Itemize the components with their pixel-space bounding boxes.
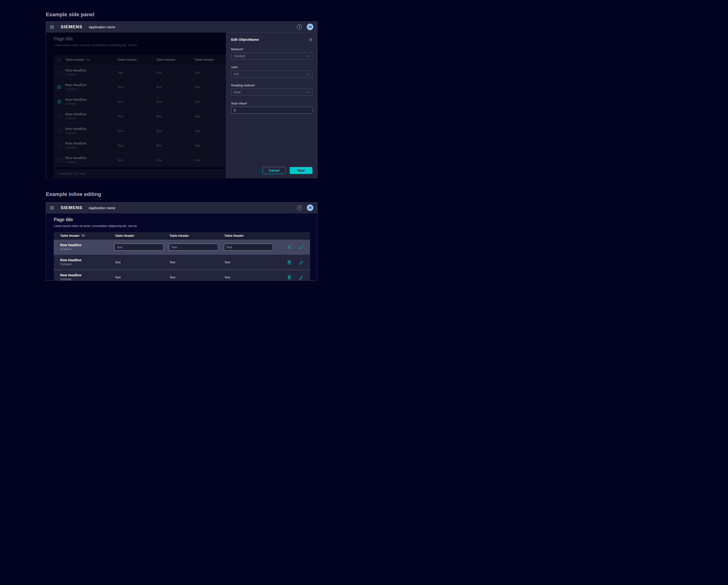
- inline-edit-input[interactable]: [114, 244, 163, 251]
- field-label: Reading method*: [231, 84, 312, 87]
- table-row[interactable]: Row HeadlineSublabel Text Text Text: [54, 138, 226, 153]
- table-row[interactable]: Row HeadlineSublabel Text Text Text: [54, 123, 226, 138]
- medium-select[interactable]: Context: [231, 53, 312, 59]
- section-heading-inline-editing: Example inline editing: [46, 191, 101, 197]
- app-switcher-icon[interactable]: [50, 25, 54, 29]
- row-checkbox[interactable]: [57, 129, 61, 133]
- avatar[interactable]: JD: [307, 24, 313, 30]
- siemens-logo: SIEMENS: [61, 24, 82, 29]
- table-row[interactable]: Row HeadlineSublabel Text Text Text: [54, 80, 226, 94]
- inline-edit-input[interactable]: [169, 244, 218, 251]
- row-checkbox[interactable]: [57, 115, 61, 118]
- table-row[interactable]: Row HeadlineSublabel Text Text Text: [54, 65, 226, 80]
- window-inline-editing-example: SIEMENS Application name ? JD Page title…: [46, 202, 317, 281]
- select-all-checkbox[interactable]: [57, 58, 61, 61]
- inline-edit-input[interactable]: [224, 244, 273, 251]
- row-checkbox[interactable]: [57, 144, 61, 147]
- edit-row-icon[interactable]: [299, 275, 303, 280]
- column-header[interactable]: Table Header: [170, 234, 224, 237]
- chevron-down-icon: [307, 92, 310, 93]
- panel-title: Edit ObjectName: [231, 37, 259, 42]
- table-row[interactable]: Row HeadlineSublabel Text Text Text: [54, 109, 226, 123]
- page-subtitle: Lorem ipsum dolor sit amet, consectetur …: [54, 224, 310, 228]
- siemens-logo: SIEMENS: [61, 205, 82, 210]
- chevron-down-icon: [307, 73, 310, 75]
- column-header[interactable]: Table Header: [156, 58, 194, 61]
- data-table: Table Header Table Header Table Header T…: [54, 54, 226, 167]
- row-checkbox[interactable]: [57, 71, 61, 74]
- table-header-row: Table Header Table Header Table Header T…: [54, 232, 310, 239]
- table-row[interactable]: Row HeadlineSublabel Text Text Text: [54, 270, 310, 281]
- reading-method-select[interactable]: Auto: [231, 89, 312, 96]
- sort-ascending-icon: [81, 234, 85, 237]
- column-header[interactable]: Table Header: [194, 58, 226, 61]
- unit-select[interactable]: m3: [231, 71, 312, 78]
- column-header[interactable]: Table Header: [115, 234, 170, 237]
- start-value-input[interactable]: 0: [231, 107, 312, 114]
- chevron-down-icon: [307, 55, 310, 57]
- application-name: Application name: [89, 25, 115, 29]
- page-title: Page title: [54, 217, 310, 223]
- delete-row-icon[interactable]: [287, 260, 291, 264]
- table-selection-status: 0 selected / 123 total: [54, 169, 226, 178]
- row-checkbox-checked[interactable]: [57, 85, 61, 89]
- row-checkbox[interactable]: [57, 158, 61, 162]
- sort-ascending-icon: [86, 58, 90, 61]
- field-label: Unit*: [231, 66, 312, 69]
- cancel-button[interactable]: Cancel: [263, 167, 286, 174]
- delete-row-icon[interactable]: [287, 275, 291, 280]
- cancel-edit-icon[interactable]: [287, 245, 291, 249]
- table-header-row: Table Header Table Header Table Header T…: [54, 54, 226, 65]
- section-heading-side-panel: Example side panel: [46, 11, 95, 18]
- edit-row-icon[interactable]: [299, 260, 303, 264]
- save-button[interactable]: Save: [290, 167, 312, 174]
- field-label: Start Value*: [231, 102, 312, 105]
- column-header-sorted[interactable]: Table Header: [60, 234, 115, 237]
- table-row[interactable]: Row HeadlineSublabel Text Text Text: [54, 153, 226, 167]
- page-title: Page title: [54, 36, 226, 42]
- row-checkbox-checked[interactable]: [57, 100, 61, 103]
- table-row[interactable]: Row HeadlineSublabel Text Text Text: [54, 255, 310, 270]
- table-row[interactable]: Row HeadlineSublabel Text Text Text: [54, 94, 226, 109]
- application-name: Application name: [89, 206, 115, 210]
- help-icon[interactable]: ?: [297, 205, 302, 210]
- avatar[interactable]: JD: [307, 204, 313, 211]
- app-header: SIEMENS Application name ? JD: [46, 202, 317, 213]
- help-icon[interactable]: ?: [297, 24, 302, 29]
- window-side-panel-example: SIEMENS Application name ? JD Page title…: [46, 21, 317, 178]
- data-table: Table Header Table Header Table Header T…: [54, 232, 310, 281]
- table-row-editing: Row HeadlineSublabel: [54, 239, 310, 255]
- app-switcher-icon[interactable]: [50, 206, 54, 210]
- dimmed-page-content: Page title Lorem ipsum dolor sit amet, c…: [46, 32, 226, 178]
- confirm-edit-icon[interactable]: [299, 246, 303, 249]
- page-subtitle: Lorem ipsum dolor sit amet, consectetur …: [54, 43, 226, 47]
- close-icon[interactable]: [309, 38, 312, 41]
- column-header-sorted[interactable]: Table Header: [65, 58, 118, 61]
- field-label: Medium*: [231, 48, 312, 51]
- column-header[interactable]: Table Header: [118, 58, 156, 61]
- edit-side-panel: Edit ObjectName Medium* Context Unit* m3…: [226, 32, 317, 178]
- column-header[interactable]: Table Header: [224, 234, 285, 237]
- app-header: SIEMENS Application name ? JD: [46, 22, 317, 32]
